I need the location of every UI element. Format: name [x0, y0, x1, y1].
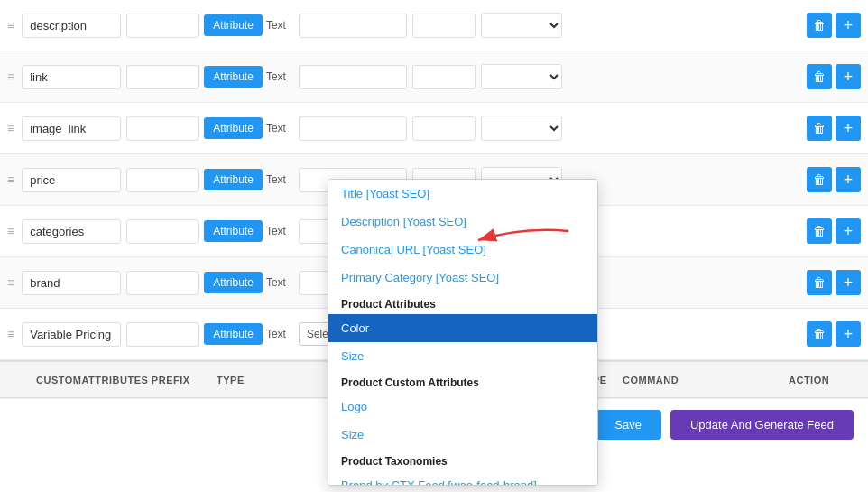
attribute-button[interactable]: Attribute [204, 169, 263, 190]
field-name-input[interactable] [22, 116, 121, 141]
type-text: Text [266, 122, 293, 135]
output-dropdown[interactable] [481, 116, 562, 141]
type-text: Text [266, 276, 293, 289]
drag-handle-icon[interactable]: ≡ [7, 121, 14, 135]
type-input[interactable] [126, 14, 199, 38]
field-name-input[interactable] [22, 322, 121, 347]
table-row: ≡ Attribute Text 🗑 + [0, 103, 868, 154]
add-button[interactable]: + [836, 64, 861, 89]
type-text: Text [266, 70, 293, 83]
drag-handle-icon[interactable]: ≡ [7, 70, 14, 84]
dropdown-item-logo[interactable]: Logo [328, 393, 597, 421]
delete-button[interactable]: 🗑 [807, 270, 832, 295]
delete-button[interactable]: 🗑 [807, 64, 832, 89]
dropdown-item-description-yoast[interactable]: Description [Yoast SEO] [328, 208, 597, 236]
add-button[interactable]: + [836, 321, 861, 347]
attribute-button[interactable]: Attribute [204, 323, 263, 345]
dropdown-item-title-yoast[interactable]: Title [Yoast SEO] [328, 180, 597, 208]
field-name-input[interactable] [22, 65, 121, 89]
dropdown-item-color[interactable]: Color [328, 314, 597, 342]
drag-handle-icon[interactable]: ≡ [7, 18, 14, 32]
col-header-command: COMMAND [623, 375, 789, 385]
field-name-input[interactable] [22, 219, 121, 244]
suffix-input[interactable] [412, 116, 476, 141]
add-button[interactable]: + [836, 167, 861, 192]
output-dropdown[interactable] [481, 13, 562, 38]
type-input[interactable] [126, 168, 199, 192]
value-input[interactable] [299, 116, 407, 141]
drag-handle-icon[interactable]: ≡ [7, 172, 14, 187]
type-input[interactable] [126, 271, 199, 295]
dropdown-section-product-custom-attributes: Product Custom Attributes [328, 370, 597, 393]
col-header-customattributes: CUSTOMATTRIBUTES PREFIX [36, 375, 217, 385]
value-input[interactable] [299, 14, 407, 38]
save-button[interactable]: Save [595, 410, 661, 440]
type-input[interactable] [126, 219, 199, 244]
attribute-button[interactable]: Attribute [204, 66, 263, 88]
attribute-button[interactable]: Attribute [204, 14, 263, 36]
drag-handle-icon[interactable]: ≡ [7, 327, 14, 341]
dropdown-item-primary-category-yoast[interactable]: Primary Category [Yoast SEO] [328, 264, 597, 292]
table-row: ≡ Attribute Text 🗑 + [0, 0, 868, 51]
col-header-type: TYPE [217, 375, 325, 385]
add-button[interactable]: + [836, 116, 861, 141]
update-generate-feed-button[interactable]: Update And Generate Feed [670, 410, 854, 440]
dropdown-section-product-attributes: Product Attributes [328, 292, 597, 314]
field-name-input[interactable] [22, 14, 121, 38]
drag-handle-icon[interactable]: ≡ [7, 275, 14, 290]
type-input[interactable] [126, 116, 199, 141]
table-row: ≡ Attribute Text 🗑 + [0, 51, 868, 103]
dropdown-item-brand-ctx[interactable]: Brand by CTX Feed [woo-feed-brand] [328, 471, 597, 486]
type-text: Text [266, 19, 293, 32]
suffix-input[interactable] [412, 65, 476, 89]
delete-button[interactable]: 🗑 [807, 116, 832, 141]
field-name-input[interactable] [22, 168, 121, 192]
delete-button[interactable]: 🗑 [807, 13, 832, 38]
add-button[interactable]: + [836, 218, 861, 244]
add-button[interactable]: + [836, 270, 861, 295]
type-text: Text [266, 328, 293, 340]
suffix-input[interactable] [412, 14, 476, 38]
field-name-input[interactable] [22, 271, 121, 295]
delete-button[interactable]: 🗑 [807, 167, 832, 192]
dropdown-section-product-taxonomies: Product Taxonomies [328, 449, 597, 471]
type-input[interactable] [126, 322, 199, 347]
drag-handle-icon[interactable]: ≡ [7, 224, 14, 238]
type-text: Text [266, 225, 293, 237]
attribute-dropdown-overlay: Title [Yoast SEO] Description [Yoast SEO… [328, 179, 598, 486]
page-wrapper: ≡ Attribute Text 🗑 + ≡ Attribute Text 🗑 … [0, 0, 868, 492]
col-header-action: ACTION [789, 375, 861, 385]
delete-button[interactable]: 🗑 [807, 218, 832, 244]
output-dropdown[interactable] [481, 64, 562, 89]
value-input[interactable] [299, 65, 407, 89]
attribute-button[interactable]: Attribute [204, 117, 263, 139]
type-text: Text [266, 173, 293, 186]
dropdown-item-size-1[interactable]: Size [328, 342, 597, 370]
type-input[interactable] [126, 65, 199, 89]
dropdown-item-size-2[interactable]: Size [328, 421, 597, 449]
dropdown-item-canonical-yoast[interactable]: Canonical URL [Yoast SEO] [328, 236, 597, 264]
attribute-button[interactable]: Attribute [204, 272, 263, 293]
attribute-button[interactable]: Attribute [204, 220, 263, 242]
add-button[interactable]: + [836, 13, 861, 38]
delete-button[interactable]: 🗑 [807, 321, 832, 347]
